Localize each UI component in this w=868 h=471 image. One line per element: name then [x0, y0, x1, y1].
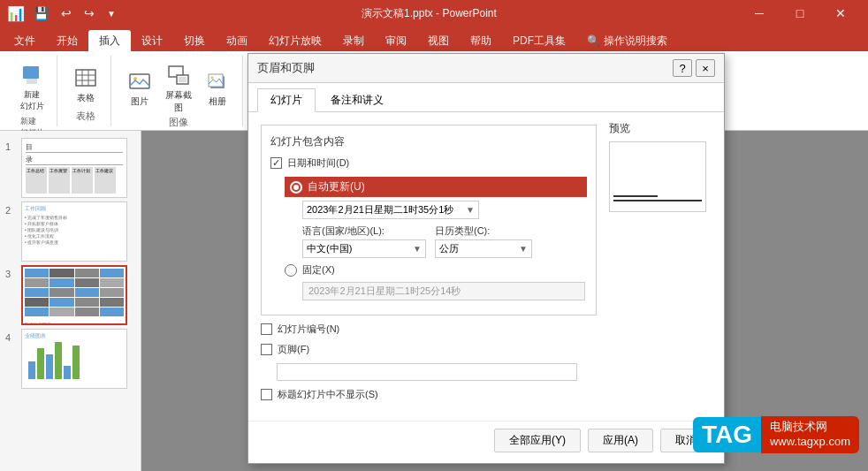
new-slide-label: 新建 幻灯片 [20, 89, 44, 112]
images-group-label: 图像 [169, 116, 188, 129]
slide-number-row: 幻灯片编号(N) [261, 323, 597, 336]
quick-save[interactable]: 💾 [30, 4, 52, 22]
language-calendar-row: 语言(国家/地区)(L): 中文(中国) ▼ 日历类型(C): 公历 ▼ [302, 224, 587, 258]
section-title: 幻灯片包含内容 [270, 134, 587, 149]
slide-number-checkbox[interactable] [261, 323, 272, 335]
preview-lines [613, 195, 702, 204]
quick-redo[interactable]: ↪ [80, 4, 98, 22]
slide-num-2: 2 [5, 205, 18, 216]
language-select[interactable]: 中文(中国) ▼ [302, 239, 426, 258]
fixed-input-row: 2023年2月21日星期二1时25分14秒 [302, 282, 587, 300]
date-checkbox[interactable]: ✓ [270, 157, 282, 169]
footer-input-row [277, 363, 597, 381]
fixed-input[interactable]: 2023年2月21日星期二1时25分14秒 [302, 282, 585, 300]
tab-search[interactable]: 🔍 操作说明搜索 [576, 30, 678, 51]
table-button[interactable]: 表格 [68, 62, 103, 106]
album-button[interactable]: 相册 [200, 65, 235, 110]
language-value: 中文(中国) [307, 242, 352, 255]
date-select[interactable]: 2023年2月21日星期二1时35分1秒 ▼ [302, 201, 479, 219]
calendar-col: 日历类型(C): 公历 ▼ [435, 224, 532, 258]
table-items: 表格 [68, 59, 103, 110]
picture-button[interactable]: 图片 [122, 65, 157, 110]
tab-help[interactable]: 帮助 [460, 30, 502, 51]
dialog-footer: 全部应用(Y) 应用(A) 取消 [248, 421, 724, 463]
check-icon: ✓ [272, 157, 280, 169]
date-checkbox-row: ✓ 日期和时间(D) [270, 156, 587, 170]
no-show-checkbox[interactable] [261, 389, 272, 400]
footer-label: 页脚(F) [278, 343, 309, 356]
footer-input[interactable] [277, 363, 577, 381]
screenshot-button[interactable]: 屏幕截图 [161, 59, 196, 116]
tab-insert[interactable]: 插入 [88, 30, 131, 51]
slide-thumb-4[interactable]: 4 业绩图表 [5, 329, 135, 389]
new-slide-icon [18, 61, 46, 89]
preview-line-2 [613, 200, 702, 201]
minimize-button[interactable]: ─ [739, 0, 780, 27]
tab-home[interactable]: 开始 [46, 30, 88, 51]
slide-content-1: 目 录 工作总结 工作展望 工作计划 工作建议 [22, 139, 126, 197]
apply-all-button[interactable]: 全部应用(Y) [494, 429, 581, 452]
auto-update-radio[interactable] [290, 181, 302, 194]
calendar-arrow: ▼ [519, 244, 528, 254]
ribbon-tabs: 文件 开始 插入 设计 切换 动画 幻灯片放映 录制 审阅 视图 帮助 PDF工… [0, 27, 868, 51]
tab-record[interactable]: 录制 [332, 30, 375, 51]
dialog-close-button[interactable]: × [696, 59, 715, 77]
slide-number-label: 幻灯片编号(N) [278, 323, 339, 336]
tab-view[interactable]: 视图 [417, 30, 460, 51]
slide-num-3: 3 [5, 269, 18, 279]
preview-line-1 [613, 195, 658, 197]
slide-panel: 1 目 录 工作总结 工作展望 工作计划 工作建议 2 工作回 [0, 131, 141, 471]
dialog-help-button[interactable]: ? [673, 59, 692, 77]
app-icon: 📊 [7, 5, 25, 22]
preview-box [609, 141, 706, 212]
dialog-body: 幻灯片包含内容 ✓ 日期和时间(D) 自动更新(U) [248, 112, 724, 421]
title-bar-left: 📊 💾 ↩ ↪ ▼ [7, 4, 119, 22]
footer-checkbox[interactable] [261, 344, 272, 355]
calendar-select[interactable]: 公历 ▼ [435, 239, 532, 258]
slide-num-1: 1 [5, 141, 18, 152]
tab-notes[interactable]: 备注和讲义 [317, 88, 397, 111]
tab-slide[interactable]: 幻灯片 [257, 88, 316, 112]
date-label: 日期和时间(D) [287, 156, 349, 170]
maximize-button[interactable]: □ [780, 0, 820, 27]
slide-thumb-1[interactable]: 1 目 录 工作总结 工作展望 工作计划 工作建议 [5, 138, 135, 198]
dialog-tabs: 幻灯片 备注和讲义 [248, 83, 724, 112]
tab-transition[interactable]: 切换 [173, 30, 216, 51]
date-dropdown-arrow: ▼ [466, 205, 475, 215]
images-items: 图片 屏幕截图 [122, 59, 235, 116]
close-button[interactable]: ✕ [820, 0, 861, 27]
slide-preview-1[interactable]: 目 录 工作总结 工作展望 工作计划 工作建议 [21, 138, 127, 198]
apply-button[interactable]: 应用(A) [588, 429, 653, 452]
tab-file[interactable]: 文件 [4, 30, 46, 51]
window-controls: ─ □ ✕ [739, 0, 861, 27]
slide-preview-4[interactable]: 业绩图表 [21, 329, 127, 389]
slide-preview-2[interactable]: 工作回顾 • 完成了年度销售目标 • 开拓新客户群体 • 团队建设与培训 • 优… [21, 201, 127, 262]
quick-undo[interactable]: ↩ [57, 4, 75, 22]
slide-preview-3[interactable]: 数据分析图表 [21, 265, 127, 325]
fixed-radio-row: 固定(X) [285, 263, 587, 277]
svg-rect-11 [179, 77, 187, 82]
tab-animation[interactable]: 动画 [216, 30, 258, 51]
tab-design[interactable]: 设计 [131, 30, 173, 51]
auto-update-row[interactable]: 自动更新(U) [285, 177, 587, 197]
dialog-form: 幻灯片包含内容 ✓ 日期和时间(D) 自动更新(U) [248, 112, 609, 421]
new-slide-button[interactable]: 新建 幻灯片 [14, 59, 49, 114]
preview-section: 预览 [609, 112, 724, 421]
tab-search-label: 操作说明搜索 [604, 34, 667, 49]
search-icon: 🔍 [587, 34, 600, 47]
quick-more[interactable]: ▼ [103, 7, 119, 20]
dialog-titlebar: 页眉和页脚 ? × [248, 54, 724, 83]
tag-logo: TAG [693, 417, 761, 452]
slide-thumb-3[interactable]: 3 [5, 265, 135, 325]
language-arrow: ▼ [413, 244, 422, 254]
table-label: 表格 [77, 92, 95, 104]
table-icon [72, 64, 100, 92]
fixed-radio[interactable] [285, 264, 297, 277]
slide-thumb-2[interactable]: 2 工作回顾 • 完成了年度销售目标 • 开拓新客户群体 • 团队建设与培训 •… [5, 201, 135, 262]
svg-rect-1 [27, 79, 37, 84]
tab-review[interactable]: 审阅 [375, 30, 417, 51]
tab-slideshow[interactable]: 幻灯片放映 [258, 30, 332, 51]
table-group-label: 表格 [76, 110, 95, 123]
picture-label: 图片 [131, 95, 148, 108]
tab-pdf[interactable]: PDF工具集 [502, 30, 576, 51]
